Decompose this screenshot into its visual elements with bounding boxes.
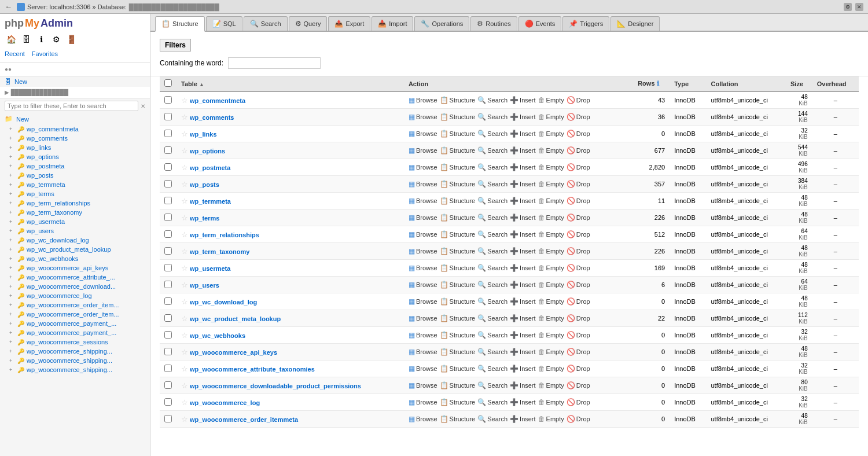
close-icon[interactable]: ✕ <box>855 3 863 11</box>
structure-link[interactable]: 📋Structure <box>440 348 476 356</box>
tab-events[interactable]: 🔴Events <box>518 16 562 31</box>
sidebar-item[interactable]: +🔑wp_usermeta <box>0 217 150 226</box>
structure-link[interactable]: 📋Structure <box>440 415 476 423</box>
drop-link[interactable]: 🚫Drop <box>567 348 590 356</box>
rows-info-icon[interactable]: ℹ <box>657 80 659 87</box>
tab-designer[interactable]: 📐Designer <box>610 16 660 31</box>
favorite-star[interactable]: ☆ <box>181 96 188 105</box>
favorite-star[interactable]: ☆ <box>181 297 188 306</box>
drop-link[interactable]: 🚫Drop <box>567 130 590 138</box>
drop-link[interactable]: 🚫Drop <box>567 398 590 406</box>
sidebar-item[interactable]: +🔑wp_termmeta <box>0 180 150 189</box>
sidebar-item[interactable]: +🔑wp_term_taxonomy <box>0 208 150 217</box>
settings-icon[interactable]: ⚙ <box>844 3 852 11</box>
row-checkbox[interactable] <box>164 180 172 187</box>
insert-link[interactable]: ➕Insert <box>510 96 536 104</box>
tab-structure[interactable]: 📋Structure <box>155 16 205 32</box>
drop-link[interactable]: 🚫Drop <box>567 247 590 255</box>
sidebar-db-new-button[interactable]: 📁 New <box>0 113 150 124</box>
row-checkbox[interactable] <box>164 197 172 204</box>
tab-export[interactable]: 📤Export <box>328 16 370 31</box>
drop-link[interactable]: 🚫Drop <box>567 146 590 155</box>
tab-sql[interactable]: 📝SQL <box>206 16 242 31</box>
structure-link[interactable]: 📋Structure <box>440 113 476 121</box>
search-link[interactable]: 🔍Search <box>477 331 507 339</box>
settings2-icon[interactable]: ⚙ <box>50 33 62 46</box>
drop-link[interactable]: 🚫Drop <box>567 163 590 171</box>
table-name-link[interactable]: wp_woocommerce_downloadable_product_perm… <box>190 383 361 389</box>
favorite-star[interactable]: ☆ <box>181 314 188 323</box>
favorite-star[interactable]: ☆ <box>181 415 188 424</box>
sidebar-item[interactable]: +🔑wp_options <box>0 152 150 161</box>
insert-link[interactable]: ➕Insert <box>510 314 536 322</box>
sidebar-item[interactable]: +🔑wp_woocommerce_log <box>0 291 150 300</box>
structure-link[interactable]: 📋Structure <box>440 365 476 373</box>
row-checkbox[interactable] <box>164 281 172 288</box>
favorite-star[interactable]: ☆ <box>181 230 188 239</box>
structure-link[interactable]: 📋Structure <box>440 146 476 155</box>
favorite-star[interactable]: ☆ <box>181 163 188 172</box>
structure-link[interactable]: 📋Structure <box>440 163 476 171</box>
empty-link[interactable]: 🗑Empty <box>538 398 564 406</box>
search-link[interactable]: 🔍Search <box>477 146 507 155</box>
row-checkbox[interactable] <box>164 297 172 305</box>
browse-link[interactable]: ▦Browse <box>409 348 437 356</box>
table-name-link[interactable]: wp_terms <box>190 215 219 222</box>
insert-link[interactable]: ➕Insert <box>510 415 536 423</box>
sidebar-item[interactable]: +🔑wp_postmeta <box>0 161 150 171</box>
drop-link[interactable]: 🚫Drop <box>567 331 590 339</box>
insert-link[interactable]: ➕Insert <box>510 163 536 171</box>
search-link[interactable]: 🔍Search <box>477 314 507 322</box>
tab-search[interactable]: 🔍Search <box>244 16 288 31</box>
sidebar-item[interactable]: +🔑wp_woocommerce_download... <box>0 282 150 291</box>
search-link[interactable]: 🔍Search <box>477 281 507 289</box>
row-checkbox[interactable] <box>164 264 172 271</box>
empty-link[interactable]: 🗑Empty <box>538 331 564 339</box>
favorite-star[interactable]: ☆ <box>181 214 188 222</box>
search-link[interactable]: 🔍Search <box>477 214 507 222</box>
table-name-link[interactable]: wp_wc_download_log <box>190 299 257 306</box>
browse-link[interactable]: ▦Browse <box>409 180 437 188</box>
info-icon[interactable]: ℹ <box>35 33 47 46</box>
empty-link[interactable]: 🗑Empty <box>538 365 564 373</box>
sidebar-item[interactable]: +🔑wp_links <box>0 143 150 152</box>
structure-link[interactable]: 📋Structure <box>440 297 476 306</box>
server-icon[interactable]: 🗄 <box>20 33 32 46</box>
insert-link[interactable]: ➕Insert <box>510 398 536 406</box>
drop-link[interactable]: 🚫Drop <box>567 113 590 121</box>
sort-icon[interactable]: ▲ <box>199 82 204 87</box>
empty-link[interactable]: 🗑Empty <box>538 415 564 423</box>
browse-link[interactable]: ▦Browse <box>409 96 437 104</box>
empty-link[interactable]: 🗑Empty <box>538 197 564 205</box>
sidebar-item[interactable]: +🔑wp_woocommerce_order_item... <box>0 310 150 319</box>
favorite-star[interactable]: ☆ <box>181 247 188 256</box>
drop-link[interactable]: 🚫Drop <box>567 297 590 306</box>
table-name-link[interactable]: wp_woocommerce_log <box>190 399 260 406</box>
favorite-star[interactable]: ☆ <box>181 130 188 138</box>
row-checkbox[interactable] <box>164 331 172 339</box>
structure-link[interactable]: 📋Structure <box>440 230 476 238</box>
browse-link[interactable]: ▦Browse <box>409 247 437 255</box>
structure-link[interactable]: 📋Structure <box>440 281 476 289</box>
favorite-star[interactable]: ☆ <box>181 365 188 373</box>
structure-link[interactable]: 📋Structure <box>440 130 476 138</box>
favorite-star[interactable]: ☆ <box>181 348 188 356</box>
drop-link[interactable]: 🚫Drop <box>567 96 590 104</box>
insert-link[interactable]: ➕Insert <box>510 230 536 238</box>
table-name-link[interactable]: wp_commentmeta <box>190 97 245 104</box>
drop-link[interactable]: 🚫Drop <box>567 214 590 222</box>
drop-link[interactable]: 🚫Drop <box>567 365 590 373</box>
browse-link[interactable]: ▦Browse <box>409 365 437 373</box>
sidebar-item[interactable]: +🔑wp_woocommerce_shipping... <box>0 347 150 356</box>
empty-link[interactable]: 🗑Empty <box>538 180 564 188</box>
favorite-star[interactable]: ☆ <box>181 264 188 273</box>
table-name-link[interactable]: wp_users <box>190 282 219 289</box>
insert-link[interactable]: ➕Insert <box>510 381 536 389</box>
search-link[interactable]: 🔍Search <box>477 163 507 171</box>
sidebar-item[interactable]: +🔑wp_term_relationships <box>0 198 150 208</box>
search-link[interactable]: 🔍Search <box>477 365 507 373</box>
row-checkbox[interactable] <box>164 230 172 238</box>
sidebar-item[interactable]: +🔑wp_posts <box>0 171 150 180</box>
sidebar-item[interactable]: +🔑wp_wc_download_log <box>0 236 150 245</box>
sidebar-item[interactable]: +🔑wp_woocommerce_attribute_... <box>0 273 150 282</box>
